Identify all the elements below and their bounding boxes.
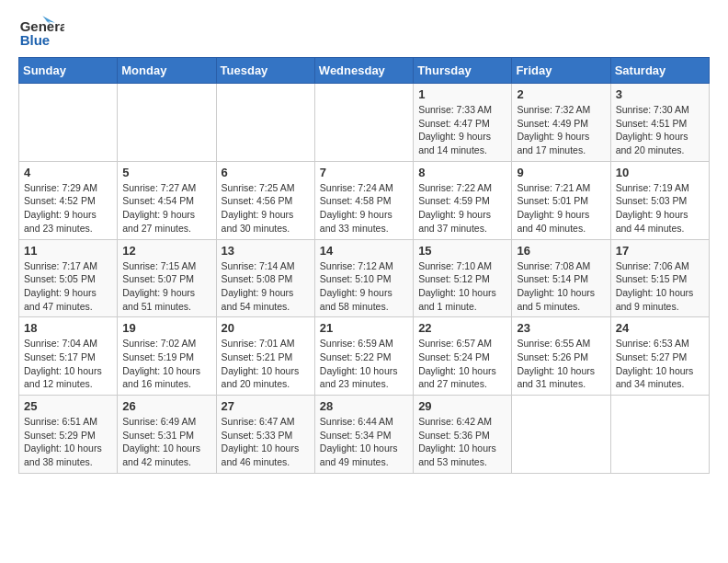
day-number: 9	[517, 166, 605, 179]
calendar-week-row: 4Sunrise: 7:29 AM Sunset: 4:52 PM Daylig…	[19, 161, 710, 239]
day-number: 25	[24, 399, 112, 413]
day-number: 28	[320, 399, 408, 413]
day-number: 23	[517, 321, 605, 335]
calendar-cell: 25Sunrise: 6:51 AM Sunset: 5:29 PM Dayli…	[19, 396, 118, 474]
day-number: 26	[122, 399, 210, 413]
day-number: 14	[320, 244, 408, 258]
calendar-header: SundayMondayTuesdayWednesdayThursdayFrid…	[19, 58, 710, 84]
day-number: 24	[616, 321, 704, 335]
day-number: 1	[418, 87, 506, 101]
cell-detail: Sunrise: 7:24 AM Sunset: 4:58 PM Dayligh…	[320, 181, 408, 236]
calendar-cell: 10Sunrise: 7:19 AM Sunset: 5:03 PM Dayli…	[610, 161, 709, 239]
cell-detail: Sunrise: 7:30 AM Sunset: 4:51 PM Dayligh…	[616, 103, 704, 157]
day-number: 5	[122, 166, 210, 179]
calendar-cell: 24Sunrise: 6:53 AM Sunset: 5:27 PM Dayli…	[610, 317, 709, 396]
day-number: 13	[222, 244, 310, 258]
day-number: 4	[24, 166, 112, 179]
day-of-week-header: Thursday	[414, 58, 512, 84]
calendar-cell: 12Sunrise: 7:15 AM Sunset: 5:07 PM Dayli…	[118, 239, 216, 317]
cell-detail: Sunrise: 6:51 AM Sunset: 5:29 PM Dayligh…	[24, 415, 112, 469]
calendar-cell: 13Sunrise: 7:14 AM Sunset: 5:08 PM Dayli…	[216, 239, 314, 317]
day-of-week-header: Tuesday	[216, 58, 314, 84]
day-number: 10	[616, 166, 704, 179]
calendar-cell	[118, 84, 216, 162]
cell-detail: Sunrise: 6:49 AM Sunset: 5:31 PM Dayligh…	[122, 415, 210, 469]
calendar-cell	[19, 84, 118, 162]
day-number: 19	[122, 321, 210, 335]
cell-detail: Sunrise: 7:27 AM Sunset: 4:54 PM Dayligh…	[122, 181, 210, 236]
calendar-week-row: 11Sunrise: 7:17 AM Sunset: 5:05 PM Dayli…	[19, 239, 710, 317]
calendar-cell: 6Sunrise: 7:25 AM Sunset: 4:56 PM Daylig…	[216, 161, 314, 239]
cell-detail: Sunrise: 6:59 AM Sunset: 5:22 PM Dayligh…	[320, 337, 408, 391]
day-number: 8	[418, 166, 506, 179]
cell-detail: Sunrise: 6:47 AM Sunset: 5:33 PM Dayligh…	[222, 415, 310, 469]
logo: General Blue	[18, 15, 64, 52]
cell-detail: Sunrise: 7:19 AM Sunset: 5:03 PM Dayligh…	[616, 181, 704, 236]
day-number: 17	[616, 244, 704, 258]
calendar-cell	[610, 396, 709, 474]
cell-detail: Sunrise: 6:42 AM Sunset: 5:36 PM Dayligh…	[418, 415, 506, 469]
calendar-cell: 23Sunrise: 6:55 AM Sunset: 5:26 PM Dayli…	[512, 317, 610, 396]
days-of-week-row: SundayMondayTuesdayWednesdayThursdayFrid…	[19, 58, 710, 84]
cell-detail: Sunrise: 7:14 AM Sunset: 5:08 PM Dayligh…	[222, 259, 310, 314]
cell-detail: Sunrise: 6:53 AM Sunset: 5:27 PM Dayligh…	[616, 337, 704, 391]
calendar-cell: 16Sunrise: 7:08 AM Sunset: 5:14 PM Dayli…	[512, 239, 610, 317]
cell-detail: Sunrise: 7:10 AM Sunset: 5:12 PM Dayligh…	[418, 259, 506, 314]
cell-detail: Sunrise: 7:15 AM Sunset: 5:07 PM Dayligh…	[122, 259, 210, 314]
calendar-week-row: 25Sunrise: 6:51 AM Sunset: 5:29 PM Dayli…	[19, 396, 710, 474]
calendar-week-row: 18Sunrise: 7:04 AM Sunset: 5:17 PM Dayli…	[19, 317, 710, 396]
day-number: 27	[222, 399, 310, 413]
calendar-cell: 9Sunrise: 7:21 AM Sunset: 5:01 PM Daylig…	[512, 161, 610, 239]
calendar-cell: 18Sunrise: 7:04 AM Sunset: 5:17 PM Dayli…	[19, 317, 118, 396]
calendar-cell	[512, 396, 610, 474]
calendar-cell: 21Sunrise: 6:59 AM Sunset: 5:22 PM Dayli…	[314, 317, 413, 396]
calendar-cell: 20Sunrise: 7:01 AM Sunset: 5:21 PM Dayli…	[216, 317, 314, 396]
calendar-cell: 11Sunrise: 7:17 AM Sunset: 5:05 PM Dayli…	[19, 239, 118, 317]
cell-detail: Sunrise: 6:57 AM Sunset: 5:24 PM Dayligh…	[418, 337, 506, 391]
cell-detail: Sunrise: 7:17 AM Sunset: 5:05 PM Dayligh…	[24, 259, 112, 314]
day-of-week-header: Monday	[118, 58, 216, 84]
page-header: General Blue	[18, 15, 710, 52]
day-number: 16	[517, 244, 605, 258]
cell-detail: Sunrise: 6:55 AM Sunset: 5:26 PM Dayligh…	[517, 337, 605, 391]
calendar-cell: 19Sunrise: 7:02 AM Sunset: 5:19 PM Dayli…	[118, 317, 216, 396]
day-number: 22	[418, 321, 506, 335]
day-of-week-header: Friday	[512, 58, 610, 84]
calendar-cell: 28Sunrise: 6:44 AM Sunset: 5:34 PM Dayli…	[314, 396, 413, 474]
calendar-cell: 15Sunrise: 7:10 AM Sunset: 5:12 PM Dayli…	[414, 239, 512, 317]
calendar-cell: 4Sunrise: 7:29 AM Sunset: 4:52 PM Daylig…	[19, 161, 118, 239]
day-number: 2	[517, 87, 605, 101]
calendar-cell	[314, 84, 413, 162]
cell-detail: Sunrise: 7:25 AM Sunset: 4:56 PM Dayligh…	[222, 181, 310, 236]
day-number: 21	[320, 321, 408, 335]
calendar-cell	[216, 84, 314, 162]
cell-detail: Sunrise: 7:33 AM Sunset: 4:47 PM Dayligh…	[418, 103, 506, 157]
calendar-cell: 26Sunrise: 6:49 AM Sunset: 5:31 PM Dayli…	[118, 396, 216, 474]
day-number: 3	[616, 87, 704, 101]
day-number: 18	[24, 321, 112, 335]
day-number: 29	[418, 399, 506, 413]
svg-text:Blue: Blue	[20, 32, 51, 48]
cell-detail: Sunrise: 7:21 AM Sunset: 5:01 PM Dayligh…	[517, 181, 605, 236]
calendar-table: SundayMondayTuesdayWednesdayThursdayFrid…	[18, 57, 710, 474]
day-of-week-header: Saturday	[610, 58, 709, 84]
cell-detail: Sunrise: 7:29 AM Sunset: 4:52 PM Dayligh…	[24, 181, 112, 236]
day-of-week-header: Sunday	[19, 58, 118, 84]
day-number: 15	[418, 244, 506, 258]
cell-detail: Sunrise: 7:08 AM Sunset: 5:14 PM Dayligh…	[517, 259, 605, 314]
logo-icon: General Blue	[18, 15, 64, 52]
cell-detail: Sunrise: 7:32 AM Sunset: 4:49 PM Dayligh…	[517, 103, 605, 157]
calendar-cell: 22Sunrise: 6:57 AM Sunset: 5:24 PM Dayli…	[414, 317, 512, 396]
cell-detail: Sunrise: 7:02 AM Sunset: 5:19 PM Dayligh…	[122, 337, 210, 391]
calendar-cell: 27Sunrise: 6:47 AM Sunset: 5:33 PM Dayli…	[216, 396, 314, 474]
cell-detail: Sunrise: 7:06 AM Sunset: 5:15 PM Dayligh…	[616, 259, 704, 314]
cell-detail: Sunrise: 7:01 AM Sunset: 5:21 PM Dayligh…	[222, 337, 310, 391]
calendar-cell: 17Sunrise: 7:06 AM Sunset: 5:15 PM Dayli…	[610, 239, 709, 317]
cell-detail: Sunrise: 7:04 AM Sunset: 5:17 PM Dayligh…	[24, 337, 112, 391]
day-number: 20	[222, 321, 310, 335]
calendar-cell: 3Sunrise: 7:30 AM Sunset: 4:51 PM Daylig…	[610, 84, 709, 162]
calendar-week-row: 1Sunrise: 7:33 AM Sunset: 4:47 PM Daylig…	[19, 84, 710, 162]
day-number: 11	[24, 244, 112, 258]
day-number: 12	[122, 244, 210, 258]
cell-detail: Sunrise: 7:22 AM Sunset: 4:59 PM Dayligh…	[418, 181, 506, 236]
